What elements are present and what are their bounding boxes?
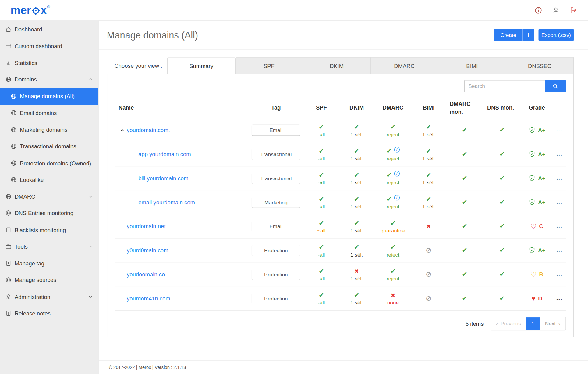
more-actions-icon[interactable] [557,151,563,157]
sidebar-item-manage-tag[interactable]: Manage tag [0,255,98,272]
previous-page-button[interactable]: Previous [491,317,526,330]
dmarc-mon-cell: ✔ [446,271,484,278]
sidebar-item-dmarc[interactable]: DMARC [0,188,98,205]
sidebar-item-blacklists-monitoring[interactable]: Blacklists monitoring [0,221,98,238]
sidebar-item-icon [5,260,12,267]
table-row: bill.yourdomain.com. Transactional ✔-all… [115,166,566,190]
bimi-cell: ✔1 sél. [411,123,446,137]
sidebar-item-statistics[interactable]: Statistics [0,54,98,71]
grade-cell: ♥ D [521,295,553,302]
column-header-tag: Tag [248,104,304,111]
sidebar: Dashboard Custom dashboard Statistics Do… [0,21,99,374]
domain-link[interactable]: yourdomain.net. [127,223,167,229]
bimi-cell: ✔1 sél. [411,195,446,209]
tab-dmarc[interactable]: DMARC [371,57,438,74]
user-icon[interactable] [552,6,560,14]
more-actions-icon[interactable] [557,199,563,206]
sidebar-item-custom-dashboard[interactable]: Custom dashboard [0,38,98,55]
sidebar-item-manage-domains-all[interactable]: Manage domains (All) [0,88,98,105]
sidebar-item-label: Blacklists monitoring [15,227,66,233]
domain-link[interactable]: yourdom41n.com. [127,295,172,301]
info-icon[interactable] [394,171,399,176]
more-actions-icon[interactable] [557,223,563,230]
shield-check-icon [528,127,535,134]
sidebar-item-lookalike[interactable]: Lookalike [0,171,98,188]
app-root: mer x ® Dashboard Custom dashboard Stati… [0,0,588,374]
more-actions-icon[interactable] [557,127,563,133]
grade-cell: A+ [521,174,553,182]
tag-cell: Marketing [248,196,304,208]
sidebar-nav: Dashboard Custom dashboard Statistics Do… [0,21,98,322]
check-icon: ✔ [390,220,396,226]
more-actions-icon[interactable] [557,295,563,302]
tab-summary[interactable]: Summary [167,57,235,74]
domains-panel: Name Tag SPF DKIM DMARC BIMI DMARC mon. … [107,74,574,337]
sidebar-item-marketing-domains[interactable]: Marketing domains [0,121,98,138]
name-cell: y0urd0main.com. [115,247,248,254]
spf-cell: ✔-all [304,291,338,305]
merox-logo[interactable]: mer x ® [10,4,50,16]
domain-link[interactable]: yourdomain.com. [127,127,170,133]
search-input[interactable] [464,80,545,92]
sidebar-item-release-notes[interactable]: Release notes [0,305,98,322]
search-button[interactable] [545,80,566,92]
dkim-cell: ✔1 sél. [338,243,374,257]
tab-dnssec[interactable]: DNSSEC [506,57,574,74]
info-icon[interactable] [394,147,399,152]
domain-link[interactable]: email.yourdomain.com. [138,199,197,205]
tab-spf[interactable]: SPF [235,57,303,74]
export-csv-button[interactable]: Export (.csv) [539,29,574,41]
create-button[interactable]: Create + [494,29,534,41]
collapse-chevron-icon[interactable] [119,127,125,133]
domain-link[interactable]: app.yourdomain.com. [138,151,193,157]
sidebar-item-label: Marketing domains [20,126,67,133]
page-number-button[interactable]: 1 [526,317,540,330]
sidebar-item-dns-entries-monitoring[interactable]: DNS Entries monitoring [0,205,98,221]
domain-link[interactable]: youdoomain.co. [127,271,166,278]
sidebar-item-transactional-domains[interactable]: Transactional domains [0,138,98,155]
check-icon: ✔ [499,127,505,133]
items-count: 5 items [466,321,484,327]
actions-cell [553,127,567,133]
table-header: Name Tag SPF DKIM DMARC BIMI DMARC mon. … [115,97,566,118]
check-icon: ✔ [319,124,324,130]
dmarc-cell: ✖none [375,291,412,305]
check-icon: ✔ [319,292,324,298]
sidebar-item-protection-domains-owned[interactable]: Protection domains (Owned) [0,155,98,171]
tab-dkim[interactable]: DKIM [303,57,371,74]
heart-icon: ♡ [530,271,537,278]
grade-cell: ♡ C [521,223,553,230]
info-icon[interactable] [394,195,399,200]
sidebar-item-domains[interactable]: Domains [0,71,98,88]
sidebar-item-tools[interactable]: Tools [0,238,98,255]
domain-link[interactable]: y0urd0main.com. [127,247,170,254]
sidebar-item-dashboard[interactable]: Dashboard [0,21,98,38]
check-icon: ✔ [499,271,505,278]
dmarc-mon-cell: ✔ [446,222,484,230]
sidebar-item-administration[interactable]: Administration [0,288,98,305]
sidebar-item-label: Manage sources [15,277,56,283]
grade-letter: D [538,295,542,301]
domain-link[interactable]: bill.yourdomain.com. [138,175,190,182]
table-row: yourdomain.com. Email ✔-all ✔1 sél. ✔rej… [115,118,566,142]
logout-icon[interactable] [570,6,578,14]
more-actions-icon[interactable] [557,175,563,182]
chevron-down-icon [88,294,93,299]
next-page-button[interactable]: Next [540,317,565,330]
tab-label: SPF [264,63,275,69]
sidebar-item-email-domains[interactable]: Email domains [0,105,98,121]
more-actions-icon[interactable] [557,247,563,254]
info-icon[interactable] [534,6,542,14]
status-text: 1 sél. [422,156,435,161]
dns-mon-cell: ✔ [484,150,521,158]
sidebar-item-icon [5,26,12,33]
dmarc-mon-cell: ✔ [446,246,484,254]
tab-bimi[interactable]: BIMI [438,57,506,74]
name-cell: youdoomain.co. [115,271,248,278]
column-header-spf: SPF [304,104,338,111]
more-actions-icon[interactable] [557,271,563,278]
sidebar-item-manage-sources[interactable]: Manage sources [0,272,98,289]
check-icon: ✔ [462,175,467,182]
sidebar-item-label: Release notes [15,310,51,317]
footer: © 2017-2022 | Merox | Version : 2.1.13 [99,360,588,374]
